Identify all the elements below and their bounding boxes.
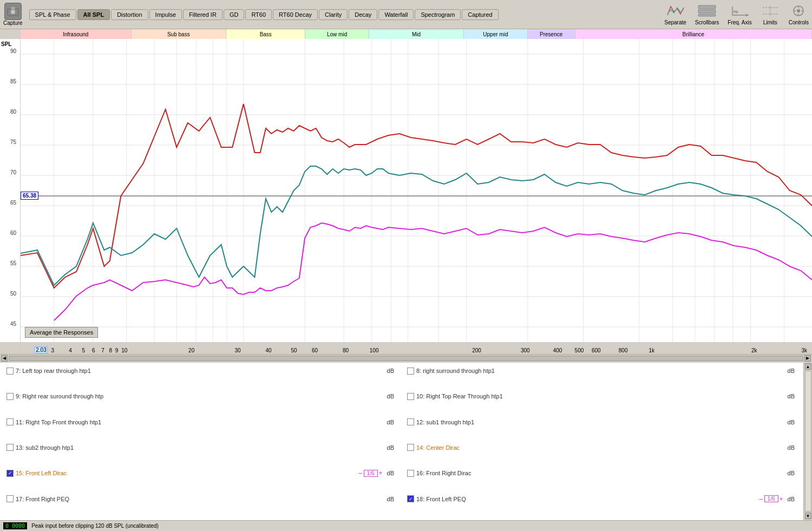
status-level: 0 0000	[3, 522, 27, 529]
average-responses-button[interactable]: Average the Responses	[25, 327, 98, 338]
controls-button[interactable]: Controls	[789, 3, 809, 25]
legend-checkbox-8[interactable]	[407, 368, 414, 375]
x-label-300: 300	[521, 348, 530, 353]
x-label-800: 800	[619, 348, 628, 353]
legend-db-12: dB	[788, 419, 797, 425]
legend-checkbox-13[interactable]	[6, 444, 14, 451]
crosshair-value: 65.38	[21, 192, 38, 200]
legend-checkbox-9[interactable]	[6, 393, 14, 400]
tab-all-spl[interactable]: All SPL	[77, 9, 110, 20]
tab-filtered-ir[interactable]: Filtered IR	[183, 9, 222, 20]
legend-fraction-15[interactable]: −1/6+	[358, 469, 382, 477]
legend-db-11: dB	[387, 419, 396, 425]
legend-label-18: 18: Front Left PEQ	[416, 496, 754, 502]
legend-scroll-down[interactable]: ▼	[805, 513, 811, 519]
fraction-plus-18[interactable]: +	[780, 495, 783, 503]
x-label-5: 5	[82, 348, 86, 353]
y-label-70: 70	[0, 169, 18, 175]
y-label-45: 45	[0, 321, 18, 327]
legend-item-9: 9: Right rear suround through htpdB	[6, 390, 396, 402]
fraction-value-18[interactable]: 1/6	[764, 495, 778, 502]
capture-button[interactable]: Capture	[3, 3, 23, 26]
freq-axis-label: Freq. Axis	[728, 19, 751, 25]
legend-checkbox-12[interactable]	[407, 418, 414, 425]
legend-checkbox-7[interactable]	[6, 368, 14, 375]
x-label-1k: 1k	[649, 348, 655, 353]
y-label-55: 55	[0, 260, 18, 266]
y-axis-label: SPL	[1, 41, 11, 47]
chart-area[interactable]: 65.38 Average the Responses	[21, 39, 812, 342]
svg-rect-5	[698, 14, 716, 16]
legend-item-12: 12: sub1 through htp1dB	[407, 416, 797, 428]
tab-impulse[interactable]: Impulse	[149, 9, 182, 20]
limits-icon	[761, 3, 780, 18]
limits-button[interactable]: Limits	[761, 3, 780, 25]
legend-db-16: dB	[788, 470, 797, 476]
legend-label-12: 12: sub1 through htp1	[416, 419, 785, 425]
legend-checkbox-14[interactable]	[407, 444, 414, 451]
legend-checkbox-15[interactable]: ✓	[6, 470, 14, 477]
legend-item-18: ✓18: Front Left PEQ−1/6+dB	[407, 493, 797, 505]
scrollbars-label: Scrollbars	[695, 19, 719, 25]
legend-label-14: 14: Center Dirac	[416, 444, 785, 451]
svg-text:Hz: Hz	[734, 10, 738, 14]
x-label-9: 9	[115, 348, 119, 353]
legend-item-7: 7: Left top rear throiugh htp1dB	[6, 365, 396, 377]
tab-captured[interactable]: Captured	[462, 9, 498, 20]
freq-axis-icon: Hz	[730, 3, 750, 18]
freq-band-upper-mid: Upper mid	[464, 29, 527, 39]
scrollbars-button[interactable]: Scrollbars	[695, 3, 719, 25]
fraction-value-15[interactable]: 1/6	[364, 470, 378, 477]
legend-checkbox-18[interactable]: ✓	[407, 495, 414, 502]
scroll-right-button[interactable]: ▶	[804, 355, 811, 362]
tab-clarity[interactable]: Clarity	[319, 9, 348, 20]
svg-point-1	[11, 10, 15, 14]
freq-axis-button[interactable]: Hz Freq. Axis	[728, 3, 751, 25]
legend-checkbox-16[interactable]	[407, 470, 414, 477]
legend-scroll-up[interactable]: ▲	[805, 363, 811, 370]
legend-scrollbar[interactable]: ▲ ▼	[803, 362, 812, 520]
x-axis-spacer	[0, 343, 21, 354]
legend-db-14: dB	[788, 444, 797, 451]
legend-db-10: dB	[788, 393, 797, 399]
fraction-minus-18[interactable]: −	[758, 495, 763, 503]
tab-spectrogram[interactable]: Spectrogram	[415, 9, 461, 20]
tab-waterfall[interactable]: Waterfall	[378, 9, 414, 20]
legend-fraction-18[interactable]: −1/6+	[758, 495, 783, 503]
x-label-50: 50	[291, 348, 297, 353]
x-label-8: 8	[109, 348, 112, 353]
x-label-20: 20	[188, 348, 194, 353]
chart-section: SPL	[0, 39, 812, 342]
fraction-plus-15[interactable]: +	[379, 469, 383, 477]
x-label-600: 600	[592, 348, 601, 353]
controls-icon	[789, 3, 808, 18]
limits-label: Limits	[763, 19, 777, 25]
scroll-track[interactable]	[9, 356, 803, 361]
toolbar-right: Separate Scrollbars Hz	[664, 3, 809, 25]
y-label-90: 90	[0, 48, 18, 54]
legend-checkbox-11[interactable]	[6, 418, 14, 425]
legend-db-13: dB	[387, 444, 396, 451]
x-label-60: 60	[312, 348, 318, 353]
legend-label-17: 17: Front Right PEQ	[16, 496, 385, 502]
legend-item-13: 13: sub2 through htp1dB	[6, 442, 396, 454]
x-axis-labels: 2.03345678910203040506080100200300400500…	[41, 343, 812, 355]
legend-checkbox-17[interactable]	[6, 495, 14, 502]
tab-distortion[interactable]: Distortion	[111, 9, 148, 20]
legend-scroll-track	[805, 371, 811, 512]
separate-button[interactable]: Separate	[664, 3, 686, 25]
tab-gd[interactable]: GD	[224, 9, 245, 20]
x-label-6: 6	[92, 348, 95, 353]
legend-item-16: 16: Front Right DiracdB	[407, 467, 797, 479]
legend-checkbox-10[interactable]	[407, 393, 414, 400]
tab-rt60-decay[interactable]: RT60 Decay	[273, 9, 318, 20]
tab-decay[interactable]: Decay	[349, 9, 377, 20]
tab-rt60[interactable]: RT60	[245, 9, 272, 20]
fraction-minus-15[interactable]: −	[358, 469, 362, 477]
tab-group: SPL & PhaseAll SPLDistortionImpulseFilte…	[29, 9, 499, 20]
x-label-500: 500	[575, 348, 584, 353]
y-label-75: 75	[0, 139, 18, 145]
x-label-30: 30	[235, 348, 241, 353]
tab-spl-phase[interactable]: SPL & Phase	[29, 9, 76, 20]
scroll-left-button[interactable]: ◀	[1, 355, 8, 362]
